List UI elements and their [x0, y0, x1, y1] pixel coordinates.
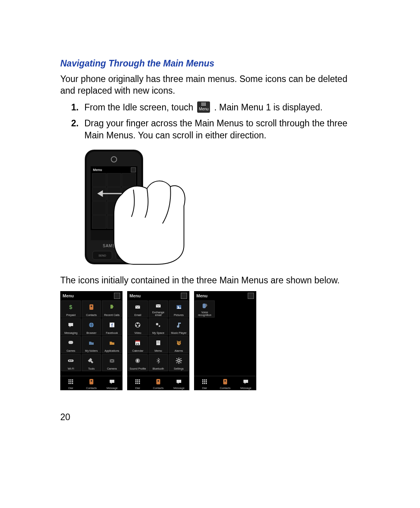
bottombar-label: Message — [240, 387, 251, 389]
app-glyph-icon — [108, 337, 116, 349]
app-icon: Email — [128, 300, 148, 318]
svg-text:$: $ — [69, 304, 72, 310]
app-glyph-icon — [134, 354, 141, 367]
menu-panel-3: Menu Voice recognition DialContactsMessa… — [194, 291, 256, 390]
menu-screenshots-row: Menu $PrepaidContactsRecent CallsMessagi… — [60, 291, 360, 390]
app-label: Applications — [105, 349, 119, 352]
svg-line-84 — [180, 358, 181, 359]
bottombar-label: Message — [173, 387, 184, 389]
svg-point-64 — [135, 325, 137, 326]
app-glyph-icon — [155, 319, 162, 332]
app-glyph-icon — [88, 301, 95, 314]
svg-rect-103 — [202, 383, 203, 384]
app-glyph-icon — [201, 301, 208, 311]
mini-menu-label: Menu — [93, 168, 102, 172]
app-glyph-icon — [88, 354, 95, 367]
app-label: Messaging — [64, 332, 77, 334]
menu-icon-label: Menu — [199, 107, 208, 111]
svg-rect-7 — [205, 104, 206, 105]
app-label: Browser — [86, 332, 96, 334]
app-label: Tools — [88, 367, 94, 370]
svg-rect-91 — [135, 383, 136, 384]
menu-icon: Menu — [197, 101, 210, 113]
svg-text:21: 21 — [136, 342, 140, 346]
bottombar-glyph-icon — [201, 378, 208, 387]
svg-rect-97 — [202, 379, 203, 381]
svg-rect-92 — [137, 383, 138, 384]
bottombar-label: Dial — [135, 387, 140, 389]
app-icon: Applications — [102, 336, 122, 353]
menu-panel-2: Menu EmailExchange emailPicturesVideoMy … — [127, 291, 189, 390]
svg-rect-26 — [92, 215, 106, 229]
app-icon: Memo — [149, 336, 168, 353]
svg-rect-4 — [201, 104, 202, 105]
app-label: Sound Profile — [130, 367, 146, 370]
svg-rect-51 — [70, 381, 71, 382]
svg-rect-86 — [137, 379, 138, 381]
svg-point-65 — [138, 325, 140, 326]
page-number: 20 — [60, 412, 70, 422]
svg-point-107 — [224, 380, 226, 382]
app-glyph-icon — [175, 354, 182, 367]
app-label: My Space — [152, 332, 164, 334]
app-label: Recent Calls — [104, 314, 120, 316]
app-glyph-icon: $ — [67, 301, 74, 314]
svg-rect-10 — [204, 105, 205, 106]
bottombar-glyph-icon — [108, 378, 116, 387]
step-1: 1. From the Idle screen, touch Menu . Ma… — [71, 101, 360, 113]
app-icon: Sound Profile — [128, 354, 148, 371]
svg-rect-102 — [206, 381, 207, 382]
grid-toggle-icon — [181, 293, 187, 299]
bottombar-item: Dial — [194, 376, 215, 390]
app-icon: Pictures — [169, 300, 189, 318]
bottombar-item: Contacts — [81, 376, 102, 390]
app-label: Video — [134, 332, 141, 334]
step-2-text: Drag your finger across the Main Menus t… — [84, 117, 360, 141]
svg-rect-19 — [122, 173, 136, 187]
app-label: Prepaid — [66, 314, 75, 316]
bottombar-glyph-icon — [67, 378, 74, 387]
app-icon: Recent Calls — [102, 300, 122, 318]
svg-line-82 — [180, 362, 181, 363]
app-label: Alarms — [175, 349, 183, 352]
svg-rect-85 — [135, 379, 136, 381]
app-glyph-icon — [155, 337, 162, 349]
caption-below-illustration: The icons initially contained in the thr… — [60, 275, 360, 286]
svg-rect-50 — [68, 381, 70, 382]
app-icon: Voice recognition — [195, 300, 215, 318]
svg-point-57 — [91, 380, 92, 382]
svg-rect-11 — [205, 105, 206, 106]
app-glyph-icon — [108, 354, 116, 367]
svg-rect-53 — [68, 383, 70, 384]
app-icon: $Prepaid — [61, 300, 81, 318]
app-icon: Settings — [169, 354, 189, 371]
svg-point-66 — [156, 323, 158, 325]
app-glyph-icon — [175, 319, 182, 332]
svg-point-39 — [91, 305, 92, 307]
app-label: Calendar — [132, 349, 143, 352]
svg-point-67 — [159, 325, 160, 327]
app-glyph-icon — [108, 301, 116, 314]
bottombar-item: Message — [102, 376, 122, 390]
svg-rect-16 — [131, 168, 136, 172]
panel-title: Menu — [63, 293, 74, 298]
phone-swipe-illustration: Menu — [63, 148, 360, 266]
svg-rect-48 — [70, 379, 71, 381]
svg-line-83 — [177, 362, 177, 363]
bottombar-label: Message — [107, 387, 117, 389]
section-heading: Navigating Through the Main Menus — [60, 58, 360, 69]
app-icon: Tools — [82, 354, 102, 371]
bottombar-glyph-icon — [134, 378, 141, 387]
svg-rect-99 — [206, 379, 207, 381]
svg-rect-23 — [92, 201, 106, 215]
svg-text:WiFi: WiFi — [69, 360, 73, 362]
app-label: Pictures — [174, 314, 184, 316]
bottombar-label: Contacts — [153, 387, 164, 389]
app-label: Facebook — [106, 332, 118, 334]
svg-rect-52 — [72, 381, 73, 382]
bottombar-item: Dial — [60, 376, 81, 390]
step-1-text-b: . Main Menu 1 is displayed. — [214, 102, 323, 112]
svg-rect-98 — [204, 379, 205, 381]
app-icon: fFacebook — [102, 318, 122, 335]
bottombar-glyph-icon — [88, 378, 95, 387]
